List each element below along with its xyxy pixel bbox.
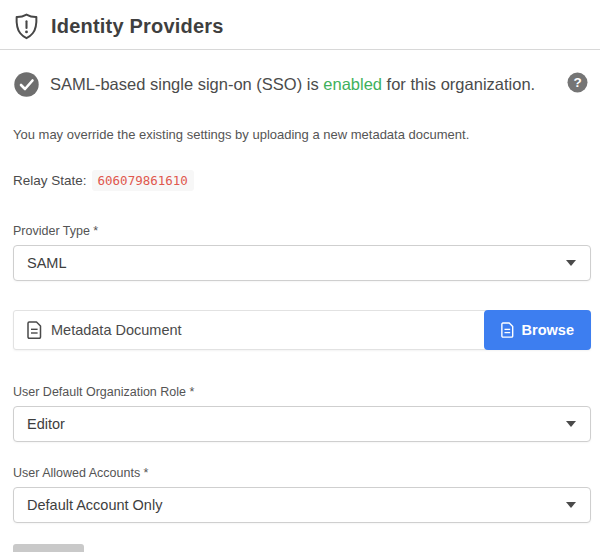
- svg-text:?: ?: [573, 75, 581, 90]
- default-role-label: User Default Organization Role *: [13, 385, 591, 399]
- provider-type-group: Provider Type * SAML: [13, 224, 591, 281]
- provider-type-value: SAML: [27, 255, 67, 271]
- document-icon: [27, 321, 42, 339]
- sso-status-message: SAML-based single sign-on (SSO) is enabl…: [13, 71, 535, 98]
- chevron-down-icon: [566, 260, 576, 266]
- provider-type-label: Provider Type *: [13, 224, 591, 238]
- metadata-file-input[interactable]: Metadata Document: [14, 311, 484, 349]
- page-title: Identity Providers: [51, 15, 224, 38]
- default-role-group: User Default Organization Role * Editor: [13, 385, 591, 442]
- relay-state-label: Relay State:: [13, 173, 87, 188]
- check-circle-icon: [13, 71, 40, 98]
- provider-type-select[interactable]: SAML: [13, 245, 591, 281]
- identity-providers-page: Identity Providers SAML-based single sig…: [0, 0, 600, 552]
- relay-state-value: 606079861610: [92, 170, 194, 191]
- metadata-document-group: Metadata Document Browse: [13, 310, 591, 350]
- chevron-down-icon: [566, 502, 576, 508]
- sso-status-value: enabled: [323, 75, 386, 93]
- sso-status-row: SAML-based single sign-on (SSO) is enabl…: [13, 71, 591, 98]
- relay-state-row: Relay State: 606079861610: [13, 170, 591, 191]
- browse-button-label: Browse: [522, 322, 574, 338]
- sso-text-after: for this organization.: [387, 75, 536, 93]
- allowed-accounts-value: Default Account Only: [27, 497, 162, 513]
- allowed-accounts-group: User Allowed Accounts * Default Account …: [13, 466, 591, 523]
- default-role-select[interactable]: Editor: [13, 406, 591, 442]
- document-upload-icon: [501, 322, 514, 338]
- allowed-accounts-label: User Allowed Accounts *: [13, 466, 591, 480]
- metadata-file-label: Metadata Document: [51, 322, 182, 338]
- save-button[interactable]: Save: [13, 544, 84, 552]
- help-icon[interactable]: ?: [567, 72, 588, 97]
- allowed-accounts-select[interactable]: Default Account Only: [13, 487, 591, 523]
- override-description: You may override the existing settings b…: [13, 127, 591, 142]
- default-role-value: Editor: [27, 416, 65, 432]
- browse-button[interactable]: Browse: [484, 310, 591, 350]
- page-header: Identity Providers: [0, 0, 600, 50]
- chevron-down-icon: [566, 421, 576, 427]
- sso-text-before: SAML-based single sign-on (SSO) is: [50, 75, 323, 93]
- sso-status-text: SAML-based single sign-on (SSO) is enabl…: [50, 75, 535, 94]
- shield-exclamation-icon: [14, 13, 39, 40]
